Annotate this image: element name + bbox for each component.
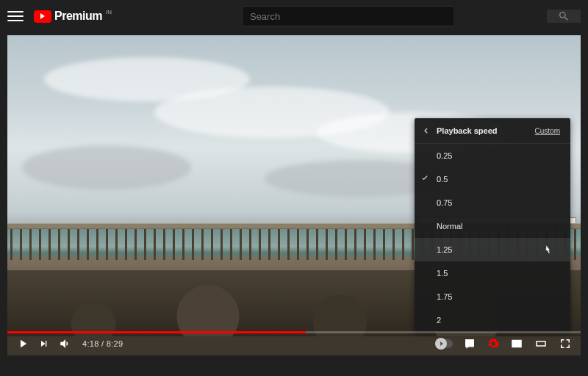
miniplayer-button[interactable] xyxy=(510,337,523,350)
youtube-logo[interactable]: Premium IN xyxy=(34,10,111,23)
play-button[interactable] xyxy=(16,337,29,350)
search-button[interactable] xyxy=(547,10,581,23)
subtitles-icon xyxy=(463,337,476,350)
search-input[interactable] xyxy=(242,6,453,26)
back-button[interactable] xyxy=(420,126,431,136)
time-total: 8:29 xyxy=(107,339,123,348)
search-box xyxy=(242,6,453,26)
speed-option-label: 0.5 xyxy=(437,175,448,184)
play-icon xyxy=(16,337,29,350)
menu-icon[interactable] xyxy=(7,8,24,24)
check-icon xyxy=(420,174,429,184)
volume-icon xyxy=(59,337,72,350)
speed-option[interactable]: 2 xyxy=(415,308,570,332)
chevron-left-icon xyxy=(420,126,431,136)
settings-button[interactable] xyxy=(487,337,500,350)
cursor-icon xyxy=(542,245,553,255)
speed-option-label: 2 xyxy=(437,316,441,325)
brand-label: Premium xyxy=(54,10,102,23)
time-current: 4:18 xyxy=(82,339,99,348)
speed-option-label: 1.75 xyxy=(437,292,452,301)
speed-option[interactable]: 0.25 xyxy=(415,144,570,167)
next-button[interactable] xyxy=(38,338,50,350)
speed-option[interactable]: 1.5 xyxy=(415,261,570,285)
theater-button[interactable] xyxy=(534,337,548,350)
speed-option-label: 1.5 xyxy=(437,269,448,278)
speed-option-label: 0.25 xyxy=(437,151,452,160)
speed-option-label: Normal xyxy=(437,222,462,231)
fullscreen-button[interactable] xyxy=(559,337,572,350)
youtube-play-icon xyxy=(34,10,51,23)
speed-option[interactable]: 1.75 xyxy=(415,285,570,308)
country-code: IN xyxy=(106,9,112,15)
subtitles-button[interactable] xyxy=(463,337,476,350)
gear-icon xyxy=(487,337,500,350)
search-icon xyxy=(558,10,570,22)
playback-speed-title: Playback speed xyxy=(437,126,535,135)
next-icon xyxy=(38,338,50,350)
speed-option[interactable]: 1.25 xyxy=(415,238,570,261)
header: Premium IN xyxy=(0,0,588,32)
playback-speed-header: Playback speed Custom xyxy=(415,118,570,144)
speed-option[interactable]: Normal xyxy=(415,214,570,238)
custom-speed-link[interactable]: Custom xyxy=(535,127,560,135)
speed-option-label: 1.25 xyxy=(437,245,452,254)
miniplayer-icon xyxy=(510,337,523,350)
player-controls: 4:18 / 8:29 xyxy=(7,332,581,355)
fullscreen-icon xyxy=(559,337,572,350)
playback-speed-menu: Playback speed Custom 0.250.50.75Normal1… xyxy=(415,118,570,332)
video-player[interactable]: Playback speed Custom 0.250.50.75Normal1… xyxy=(7,35,581,355)
speed-option[interactable]: 0.75 xyxy=(415,191,570,214)
theater-icon xyxy=(534,337,548,350)
time-display: 4:18 / 8:29 xyxy=(82,339,123,348)
speed-option-label: 0.75 xyxy=(437,198,452,207)
volume-button[interactable] xyxy=(59,337,72,350)
autoplay-toggle[interactable] xyxy=(435,339,453,348)
speed-option[interactable]: 0.5 xyxy=(415,167,570,191)
